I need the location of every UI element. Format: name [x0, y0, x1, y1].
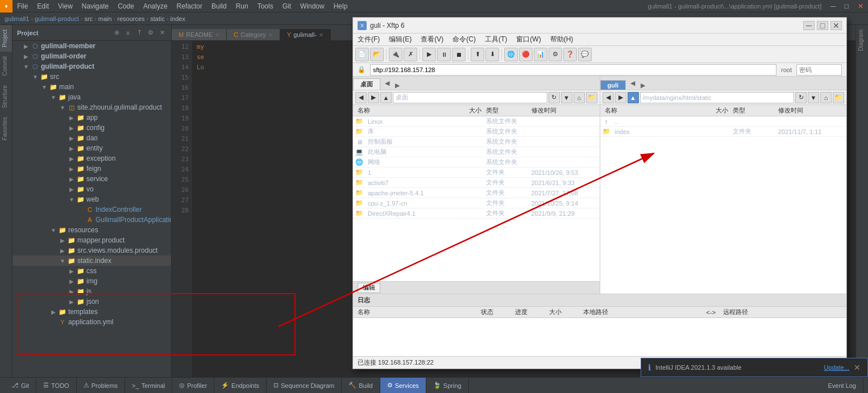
tab-gulimall[interactable]: Y gulimall- ✕ [280, 29, 331, 40]
tree-item-exception[interactable]: ▶ 📁 exception [13, 153, 171, 164]
nav-forward-button[interactable]: ▶ [368, 92, 379, 103]
right-nav-back-button[interactable]: ◀ [603, 92, 614, 103]
right-nav-refresh-button[interactable]: ↻ [795, 92, 807, 103]
menu-build[interactable]: Build [207, 0, 231, 12]
xftp-minimize-button[interactable]: ─ [803, 21, 815, 30]
sidebar-expand-icon[interactable]: ≡ [123, 28, 132, 37]
breadcrumb-item[interactable]: main [98, 15, 112, 22]
status-tab-spring[interactable]: 🍃 Spring [426, 378, 469, 394]
xftp-menu-file[interactable]: 文件(F) [353, 34, 384, 46]
status-tab-endpoints[interactable]: ⚡ Endpoints [214, 378, 267, 394]
sidebar-settings-icon[interactable]: ⚙ [146, 28, 155, 37]
tree-arrow[interactable]: ▶ [58, 237, 67, 244]
xftp-menu-window[interactable]: 窗口(W) [512, 34, 545, 46]
notification-close-button[interactable]: ✕ [854, 363, 861, 372]
left-path-combo[interactable]: 桌面 [393, 92, 547, 103]
tree-item-static-index[interactable]: ▼ 📁 static.index [13, 256, 171, 266]
file-row-cpu-z[interactable]: 📁 cpu-z_1.97-cn 文件夹 2021/10/25, 9:14 [353, 198, 600, 208]
status-tab-profiler[interactable]: ◎ Profiler [172, 378, 214, 394]
nav-new-folder-button[interactable]: 📁 [586, 92, 597, 103]
tree-arrow[interactable]: ▶ [67, 115, 76, 121]
xftp-tb-btn4[interactable]: ⏸ [437, 48, 451, 61]
notification-update-link[interactable]: Update... [824, 364, 849, 371]
right-nav-up-button[interactable]: ▲ [628, 92, 639, 103]
xftp-tab-right-left-arrow[interactable]: ◀ [628, 79, 637, 88]
file-row-directx[interactable]: 📁 DirectXRepair4.1 文件夹 2021/9/9, 21:29 [353, 208, 600, 219]
file-row-1[interactable]: 📁 1 文件夹 2021/10/26, 9:53 [353, 168, 600, 178]
tree-item-web[interactable]: ▼ 📁 web [13, 194, 171, 204]
breadcrumb-item[interactable]: src [84, 15, 93, 22]
tree-item-css[interactable]: ▶ 📁 css [13, 266, 171, 276]
file-row-this-pc[interactable]: 💻 此电脑 系统文件夹 [353, 147, 600, 157]
tab-category[interactable]: C Category ✕ [227, 29, 280, 40]
tab-close-icon[interactable]: ✕ [319, 32, 323, 38]
tree-arrow[interactable]: ▼ [58, 258, 67, 264]
tree-item-js[interactable]: ▶ 📁 js [13, 286, 171, 296]
tree-item-gulimall-member[interactable]: ▶ ⬡ gulimall-member [13, 41, 171, 51]
tree-arrow[interactable]: ▶ [67, 268, 76, 274]
right-nav-dropdown-button[interactable]: ▼ [808, 92, 819, 103]
breadcrumb-item[interactable]: static [150, 15, 165, 22]
tree-item-templates[interactable]: ▶ 📁 templates [13, 307, 171, 317]
maximize-button[interactable]: □ [840, 0, 853, 12]
menu-window[interactable]: Window [296, 0, 329, 12]
file-row-control-panel[interactable]: 🖥 控制面板 系统文件夹 [353, 137, 600, 147]
tree-arrow[interactable]: ▶ [67, 299, 76, 305]
tab-close-icon[interactable]: ✕ [268, 32, 273, 38]
tree-arrow[interactable]: ▶ [67, 166, 76, 172]
tree-arrow[interactable]: ▶ [67, 156, 76, 162]
breadcrumb-item[interactable]: gulimall-product [35, 15, 79, 22]
menu-edit[interactable]: Edit [32, 0, 53, 12]
tree-arrow[interactable]: ▼ [31, 74, 40, 80]
xftp-tb-open[interactable]: 📂 [370, 48, 384, 61]
edit-button[interactable]: 编辑 [358, 283, 380, 293]
file-row-linux[interactable]: 📁 Linux 系统文件夹 [353, 116, 600, 127]
xftp-tb-settings[interactable]: ⚙ [549, 48, 562, 61]
file-row-network[interactable]: 🌐 网络 系统文件夹 [353, 157, 600, 168]
status-tab-sequence[interactable]: ⊡ Sequence Diagram [267, 378, 342, 394]
menu-view[interactable]: View [53, 0, 77, 12]
panel-btn-commit[interactable]: Commit [0, 52, 12, 80]
xftp-tab-right-right-arrow[interactable]: ▶ [638, 81, 647, 90]
panel-btn-structure[interactable]: Structure [0, 81, 12, 113]
tree-item-entity[interactable]: ▶ 📁 entity [13, 143, 171, 153]
panel-btn-diagram[interactable]: Diagram [856, 25, 868, 56]
xftp-tab-guli[interactable]: guli [600, 80, 626, 90]
sidebar-collapse-icon[interactable]: ⤒ [135, 28, 144, 37]
menu-code[interactable]: Code [113, 0, 139, 12]
menu-analyze[interactable]: Analyze [139, 0, 172, 12]
tab-readme[interactable]: M README ✕ [172, 29, 227, 40]
xftp-menu-edit[interactable]: 编辑(E) [384, 34, 416, 46]
tree-item-gulimall-order[interactable]: ▶ ⬡ gulimall-order [13, 51, 171, 61]
xftp-tab-desktop[interactable]: 桌面 [353, 78, 380, 90]
right-path-combo[interactable]: /mydata/nginx/html/static [640, 92, 795, 103]
tree-arrow[interactable]: ▶ [58, 248, 67, 254]
xftp-tb-download[interactable]: ⬇ [485, 48, 499, 61]
menu-tools[interactable]: Tools [253, 0, 278, 12]
tree-item-vo[interactable]: ▶ 📁 vo [13, 184, 171, 194]
file-row-activiti7[interactable]: 📁 activiti7 文件夹 2021/6/21, 9:33 [353, 178, 600, 188]
tree-arrow[interactable]: ▶ [67, 278, 76, 285]
tree-arrow[interactable]: ▼ [49, 227, 58, 233]
breadcrumb-item[interactable]: gulimall1 [5, 15, 29, 22]
tree-arrow[interactable]: ▼ [58, 104, 67, 111]
tree-item-dao[interactable]: ▶ 📁 dao [13, 133, 171, 143]
tree-item-main[interactable]: ▼ 📁 main [13, 82, 171, 92]
xftp-tb-btn3[interactable]: ▶ [422, 48, 436, 61]
tab-close-icon[interactable]: ✕ [215, 32, 219, 38]
nav-up-button[interactable]: ▲ [380, 92, 392, 103]
right-nav-new-folder-button[interactable]: 📁 [833, 92, 844, 103]
xftp-close-button[interactable]: ✕ [830, 21, 842, 30]
tree-arrow[interactable]: ▶ [22, 53, 31, 60]
menu-run[interactable]: Run [231, 0, 253, 12]
tree-arrow[interactable]: ▼ [22, 64, 31, 70]
xftp-menu-tools[interactable]: 工具(T) [480, 34, 512, 46]
menu-file[interactable]: File [13, 0, 32, 12]
tree-item-mapper-product[interactable]: ▶ 📁 mapper.product [13, 235, 171, 245]
file-row-library[interactable]: 📁 库 系统文件夹 [353, 127, 600, 137]
xftp-tb-globe[interactable]: 🌐 [504, 48, 518, 61]
sidebar-close-icon[interactable]: ✕ [157, 28, 167, 37]
tree-arrow[interactable]: ▶ [67, 289, 76, 295]
tree-item-indexcontroller[interactable]: ▶ C IndexController [13, 204, 171, 215]
file-row-apache-jmeter[interactable]: 📁 apache-jmeter-5.4.1 文件夹 2021/7/27, 17:… [353, 188, 600, 198]
